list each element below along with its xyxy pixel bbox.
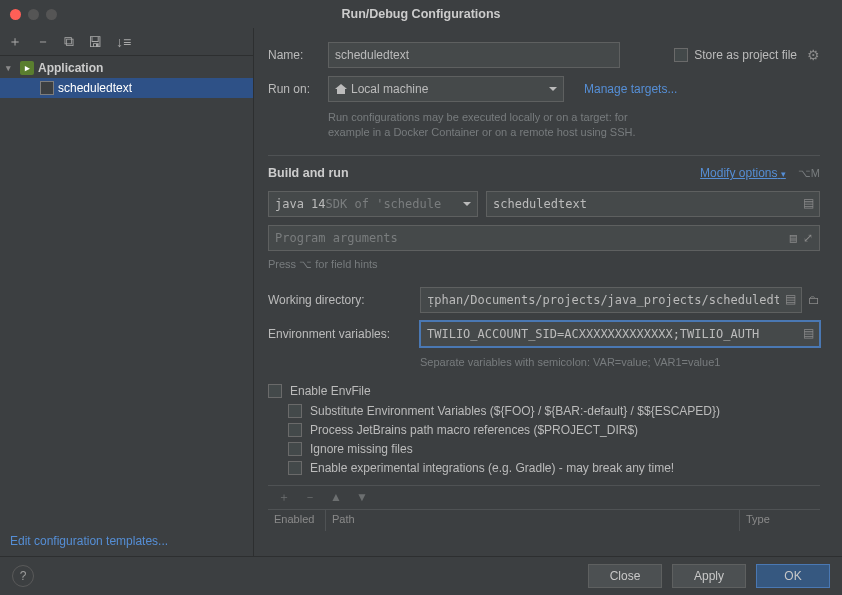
sort-config-icon[interactable]: ↓≡ [116,34,131,50]
substitute-env-checkbox[interactable] [288,404,302,418]
add-config-icon[interactable]: ＋ [8,33,22,51]
config-tree: ▾ ▸ Application scheduledtext [0,56,253,526]
process-macros-label: Process JetBrains path macro references … [310,423,638,437]
env-vars-hint: Separate variables with semicolon: VAR=v… [420,355,820,370]
env-vars-label: Environment variables: [268,327,420,341]
sidebar: ＋ － ⧉ 🖫 ↓≡ ▾ ▸ Application scheduledtext… [0,28,254,556]
program-arguments-input[interactable]: Program arguments ▤ ⤢ [268,225,820,251]
col-enabled: Enabled [268,510,326,531]
envfile-table-header: Enabled Path Type [268,509,820,531]
col-type: Type [740,510,820,531]
folder-icon[interactable]: 🗀 [808,293,820,307]
chevron-down-icon: ▾ [6,63,16,73]
expand-icon[interactable]: ⤢ [803,231,813,245]
name-input[interactable] [328,42,620,68]
apply-button[interactable]: Apply [672,564,746,588]
run-on-label: Run on: [268,82,328,96]
manage-targets-link[interactable]: Manage targets... [584,82,677,96]
enable-envfile-checkbox[interactable] [268,384,282,398]
sidebar-toolbar: ＋ － ⧉ 🖫 ↓≡ [0,28,253,56]
name-label: Name: [268,48,328,62]
close-button[interactable]: Close [588,564,662,588]
application-icon: ▸ [20,61,34,75]
experimental-label: Enable experimental integrations (e.g. G… [310,461,674,475]
divider [268,155,820,156]
substitute-env-label: Substitute Environment Variables (${FOO}… [310,404,720,418]
list-icon[interactable]: ▤ [790,231,797,245]
save-config-icon[interactable]: 🖫 [88,34,102,50]
ok-button[interactable]: OK [756,564,830,588]
window-title: Run/Debug Configurations [0,7,842,21]
chevron-down-icon [463,202,471,206]
edit-templates-link[interactable]: Edit configuration templates... [0,526,253,556]
ignore-missing-label: Ignore missing files [310,442,413,456]
enable-envfile-label: Enable EnvFile [290,384,371,398]
working-dir-label: Working directory: [268,293,420,307]
titlebar: Run/Debug Configurations [0,0,842,28]
move-up-icon[interactable]: ▲ [330,490,342,504]
envfile-table-toolbar: ＋ － ▲ ▼ [268,485,820,509]
window-controls [10,9,57,20]
move-down-icon[interactable]: ▼ [356,490,368,504]
add-row-icon[interactable]: ＋ [278,489,290,506]
remove-row-icon[interactable]: － [304,489,316,506]
remove-config-icon[interactable]: － [36,33,50,51]
run-on-value: Local machine [351,82,428,96]
tree-label: Application [38,61,103,75]
list-icon[interactable]: ▤ [803,196,814,210]
build-section-title: Build and run [268,166,349,180]
env-vars-input[interactable] [420,321,820,347]
copy-config-icon[interactable]: ⧉ [64,33,74,50]
tree-label: scheduledtext [58,81,132,95]
modify-options-link[interactable]: Modify options ▾ [700,166,786,180]
tree-node-scheduledtext[interactable]: scheduledtext [0,78,253,98]
store-project-file-checkbox[interactable] [674,48,688,62]
close-window-button[interactable] [10,9,21,20]
run-on-select[interactable]: Local machine [328,76,564,102]
ignore-missing-checkbox[interactable] [288,442,302,456]
col-path: Path [326,510,740,531]
run-on-hint: Run configurations may be executed local… [328,110,668,141]
jdk-select[interactable]: java 14 SDK of 'schedule [268,191,478,217]
tree-node-application[interactable]: ▾ ▸ Application [0,58,253,78]
gear-icon[interactable]: ⚙ [807,47,820,63]
dialog-footer: ? Close Apply OK [0,556,842,595]
home-icon [335,84,347,94]
list-icon[interactable]: ▤ [785,292,796,306]
store-project-file-label: Store as project file [694,48,797,62]
main-class-input[interactable] [486,191,820,217]
maximize-window-button[interactable] [46,9,57,20]
minimize-window-button[interactable] [28,9,39,20]
experimental-checkbox[interactable] [288,461,302,475]
chevron-down-icon [549,87,557,91]
modify-shortcut: ⌥M [798,166,820,181]
config-file-icon [40,81,54,95]
help-button[interactable]: ? [12,565,34,587]
content-panel: Name: Store as project file ⚙ Run on: Lo… [254,28,842,556]
process-macros-checkbox[interactable] [288,423,302,437]
working-dir-input[interactable] [420,287,802,313]
list-icon[interactable]: ▤ [803,326,814,340]
field-hints: Press ⌥ for field hints [268,257,820,272]
